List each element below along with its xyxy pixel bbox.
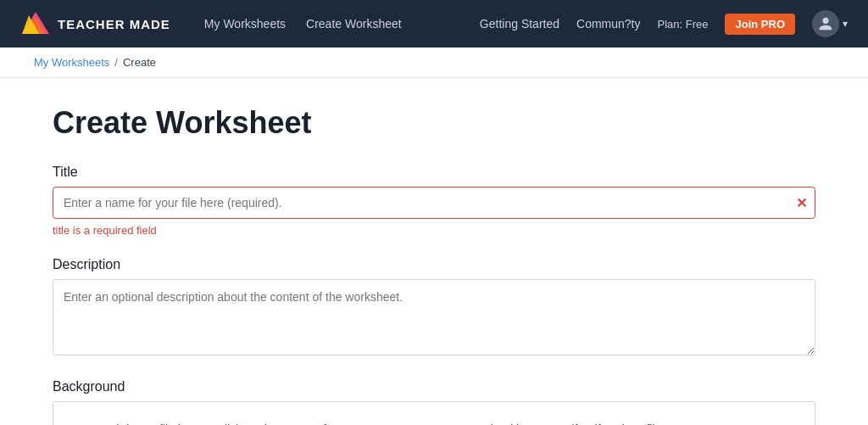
description-form-group: Description xyxy=(53,257,815,359)
description-label: Description xyxy=(53,257,815,272)
breadcrumb: My Worksheets / Create xyxy=(0,48,868,78)
nav-right: Getting Started Commun?ty Plan: Free Joi… xyxy=(480,10,848,37)
breadcrumb-current: Create xyxy=(123,56,156,69)
user-chevron-icon: ▾ xyxy=(843,18,848,30)
plan-label: Plan: Free xyxy=(658,18,709,31)
clear-input-icon[interactable]: ✕ xyxy=(796,195,807,211)
getting-started-link[interactable]: Getting Started xyxy=(480,17,559,31)
background-form-group: Background Drag and drop a file here or … xyxy=(53,379,815,425)
nav-link-my-worksheets[interactable]: My Worksheets xyxy=(204,17,286,31)
background-drop-zone[interactable]: Drag and drop a file here or click to ch… xyxy=(53,401,815,425)
community-link[interactable]: Commun?ty xyxy=(576,17,640,31)
background-label: Background xyxy=(53,379,815,394)
nav-link-create-worksheet[interactable]: Create Worksheet xyxy=(306,17,402,31)
logo[interactable]: TEACHER MADE xyxy=(20,8,170,39)
join-pro-button[interactable]: Join PRO xyxy=(725,14,795,35)
title-label: Title xyxy=(53,165,815,180)
breadcrumb-worksheets-link[interactable]: My Worksheets xyxy=(34,56,109,69)
main-area: Create Worksheet Title ✕ title is a requ… xyxy=(0,78,868,425)
breadcrumb-separator: / xyxy=(114,56,118,69)
user-avatar[interactable] xyxy=(812,10,839,37)
logo-text: TEACHER MADE xyxy=(58,17,170,31)
navbar: TEACHER MADE My Worksheets Create Worksh… xyxy=(0,0,868,48)
user-icon xyxy=(818,16,833,31)
form-container: Create Worksheet Title ✕ title is a requ… xyxy=(19,78,849,425)
title-form-group: Title ✕ title is a required field xyxy=(53,165,815,237)
page-title: Create Worksheet xyxy=(53,105,815,141)
title-input[interactable] xyxy=(53,187,815,219)
user-menu[interactable]: ▾ xyxy=(812,10,848,37)
title-error: title is a required field xyxy=(53,224,815,237)
description-textarea[interactable] xyxy=(53,279,815,355)
logo-icon xyxy=(20,8,51,39)
title-input-wrapper: ✕ xyxy=(53,187,815,219)
nav-links: My Worksheets Create Worksheet xyxy=(204,17,453,31)
